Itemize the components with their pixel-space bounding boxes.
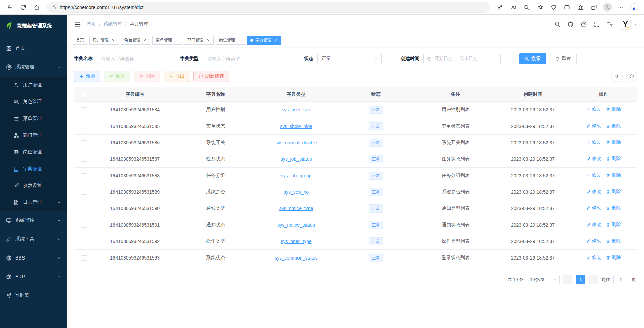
dict-type-link[interactable]: sys_yes_no: [284, 189, 309, 195]
reset-button[interactable]: 重置: [550, 53, 577, 64]
sidebar-item-user-mgmt[interactable]: 用户管理: [0, 77, 67, 93]
dict-type-input[interactable]: [203, 53, 285, 64]
tab-close-button[interactable]: [142, 38, 147, 43]
tab-close-button[interactable]: [205, 38, 210, 43]
tab-dept-mgmt[interactable]: 部门管理: [184, 36, 214, 45]
page-size-select[interactable]: 10条/页: [527, 275, 560, 284]
browser-favorites-button[interactable]: [574, 1, 587, 13]
row-delete-button[interactable]: 删除: [606, 205, 621, 211]
row-checkbox[interactable]: [82, 173, 87, 178]
tab-post-mgmt[interactable]: 岗位管理: [216, 36, 245, 45]
avatar-caret-icon[interactable]: [633, 22, 637, 26]
dict-type-link[interactable]: sys_notice_type: [279, 206, 313, 211]
row-checkbox[interactable]: [82, 107, 87, 112]
row-delete-button[interactable]: 删除: [606, 238, 621, 244]
row-checkbox[interactable]: [82, 206, 87, 211]
browser-refresh-button[interactable]: [17, 1, 30, 13]
row-delete-button[interactable]: 删除: [606, 222, 621, 228]
row-edit-button[interactable]: 修改: [586, 189, 601, 195]
date-range-picker[interactable]: 开始日期 - 结束日期: [423, 53, 501, 64]
row-delete-button[interactable]: 删除: [606, 172, 621, 178]
sidebar-item-system-mgmt[interactable]: 系统管理: [0, 58, 67, 77]
app-logo[interactable]: 意框架管理系统: [0, 15, 67, 36]
row-edit-button[interactable]: 修改: [586, 238, 601, 244]
refresh-table-button[interactable]: [626, 71, 637, 82]
sidebar-item-role-mgmt[interactable]: 角色管理: [0, 93, 67, 110]
refresh-cache-button[interactable]: 刷新缓存: [193, 71, 229, 82]
row-edit-button[interactable]: 修改: [586, 123, 601, 129]
sidebar-item-dict-mgmt[interactable]: 字典管理: [0, 160, 67, 177]
row-delete-button[interactable]: 删除: [606, 156, 621, 162]
sidebar-item-param-settings[interactable]: 参数设置: [0, 177, 67, 194]
browser-essentials-button[interactable]: [547, 1, 560, 13]
row-checkbox[interactable]: [82, 124, 87, 129]
sidebar-item-erp[interactable]: ERP: [0, 267, 67, 286]
next-page-button[interactable]: [589, 275, 598, 284]
delete-button[interactable]: 删除: [134, 71, 160, 82]
address-bar[interactable]: https://ccnetcore.com:1101/system/dict: [47, 2, 490, 13]
row-checkbox[interactable]: [82, 255, 87, 261]
dict-type-link[interactable]: sys_notice_status: [277, 222, 315, 228]
dict-type-link[interactable]: sys_oper_type: [281, 239, 311, 244]
row-delete-button[interactable]: 删除: [606, 106, 621, 112]
fullscreen-icon[interactable]: [594, 21, 600, 28]
row-checkbox[interactable]: [82, 223, 87, 228]
toggle-search-button[interactable]: [611, 71, 623, 82]
tab-close-button[interactable]: [111, 38, 116, 43]
font-size-icon[interactable]: [607, 21, 613, 28]
browser-password-button[interactable]: [494, 1, 506, 13]
breadcrumb-item[interactable]: 首页: [87, 21, 96, 27]
page-1-button[interactable]: 1: [576, 275, 585, 284]
browser-add-favorite-button[interactable]: [534, 1, 547, 13]
add-button[interactable]: 新增: [74, 71, 100, 82]
row-delete-button[interactable]: 删除: [606, 123, 621, 129]
breadcrumb-item[interactable]: 系统管理: [103, 21, 122, 27]
user-avatar[interactable]: Y: [620, 19, 631, 30]
dict-type-link[interactable]: sys_show_hide: [280, 124, 312, 129]
tab-role-mgmt[interactable]: 角色管理: [121, 36, 150, 45]
collapse-sidebar-button[interactable]: [74, 20, 81, 28]
row-edit-button[interactable]: 修改: [586, 172, 601, 178]
sidebar-item-dept-mgmt[interactable]: 部门管理: [0, 127, 67, 144]
browser-collections-button[interactable]: [588, 1, 600, 13]
tab-close-button[interactable]: [174, 38, 179, 43]
row-delete-button[interactable]: 删除: [606, 139, 621, 145]
goto-page-input[interactable]: [613, 275, 628, 284]
tab-dict-mgmt[interactable]: 字典管理: [247, 36, 281, 45]
sidebar-item-home[interactable]: 首页: [0, 39, 67, 58]
row-edit-button[interactable]: 修改: [586, 254, 601, 261]
browser-menu-button[interactable]: [614, 1, 627, 13]
row-edit-button[interactable]: 修改: [586, 205, 601, 211]
sidebar-item-menu-mgmt[interactable]: 菜单管理: [0, 110, 67, 127]
row-edit-button[interactable]: 修改: [586, 222, 601, 228]
dict-type-link[interactable]: sys_common_status: [275, 255, 318, 261]
bing-button[interactable]: [628, 1, 641, 13]
browser-profile-button[interactable]: [601, 1, 614, 13]
row-checkbox[interactable]: [82, 157, 87, 162]
tab-menu-mgmt[interactable]: 菜单管理: [152, 36, 182, 45]
status-select[interactable]: 正常: [317, 53, 382, 64]
row-checkbox[interactable]: [82, 190, 87, 195]
prev-page-button[interactable]: [563, 275, 572, 284]
tab-user-mgmt[interactable]: 用户管理: [89, 36, 119, 45]
dict-type-link[interactable]: sys_normal_disable: [275, 140, 317, 145]
sidebar-item-system-tools[interactable]: 系统工具: [0, 230, 67, 248]
help-icon[interactable]: [581, 21, 587, 28]
dict-type-link[interactable]: sys_user_sex: [282, 107, 311, 112]
dict-type-link[interactable]: sys_job_group: [281, 173, 311, 178]
sidebar-item-system-monitor[interactable]: 系统监控: [0, 211, 67, 230]
sidebar-item-bbs[interactable]: BBS: [0, 248, 67, 267]
dict-name-input[interactable]: [97, 53, 161, 64]
tab-close-button[interactable]: [237, 38, 242, 43]
row-delete-button[interactable]: 删除: [606, 254, 621, 261]
sidebar-item-yi-framework[interactable]: Yi框架: [0, 286, 67, 305]
edit-button[interactable]: 修改: [104, 71, 130, 82]
export-button[interactable]: 导出: [164, 71, 190, 82]
browser-split-screen-button[interactable]: [561, 1, 573, 13]
browser-home-button[interactable]: [30, 1, 43, 13]
select-all-checkbox[interactable]: [82, 92, 87, 97]
row-edit-button[interactable]: 修改: [586, 106, 601, 112]
tab-home[interactable]: 首页: [73, 36, 87, 45]
github-icon[interactable]: [567, 21, 574, 28]
header-search-icon[interactable]: [554, 21, 561, 28]
